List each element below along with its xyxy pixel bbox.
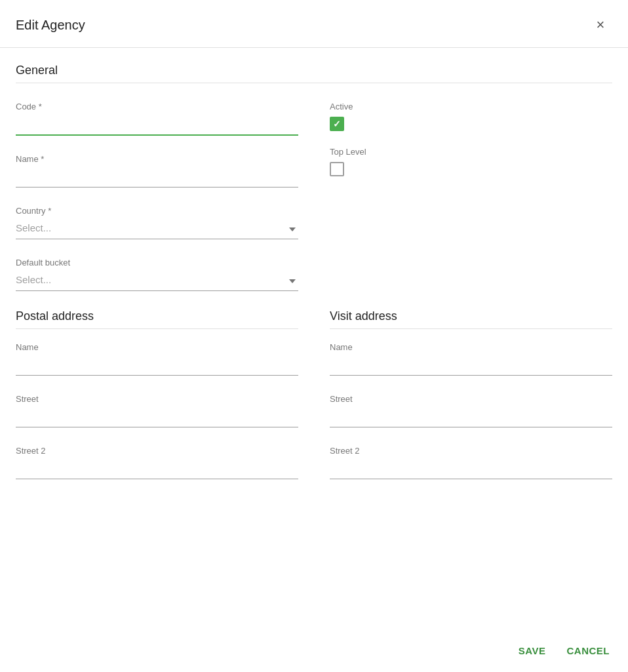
active-checkbox[interactable]: ✓ <box>330 117 344 131</box>
postal-name-group: Name <box>16 342 298 376</box>
country-group: Country * Select... <box>16 206 298 239</box>
address-sections: Postal address Name Street Street 2 Visi… <box>16 309 612 498</box>
active-checkmark-icon: ✓ <box>333 119 341 128</box>
default-bucket-label: Default bucket <box>16 258 298 267</box>
visit-name-input[interactable] <box>330 356 612 376</box>
visit-street2-label: Street 2 <box>330 446 612 456</box>
name-required-group: Name * <box>16 154 298 188</box>
active-checkbox-wrapper[interactable]: ✓ <box>330 117 612 131</box>
active-label: Active <box>330 102 612 111</box>
edit-agency-dialog: Edit Agency × General Code * Name * <box>0 0 628 672</box>
postal-address-divider <box>16 328 298 329</box>
default-bucket-select[interactable]: Select... <box>16 271 298 291</box>
close-button[interactable]: × <box>589 13 612 37</box>
close-icon: × <box>597 16 605 33</box>
postal-name-label: Name <box>16 342 298 352</box>
postal-name-input[interactable] <box>16 356 298 376</box>
general-divider <box>16 83 612 83</box>
general-section-title: General <box>16 64 612 77</box>
dialog-header: Edit Agency × <box>0 0 628 48</box>
visit-street-label: Street <box>330 394 612 404</box>
postal-address-section: Postal address Name Street Street 2 <box>16 309 298 498</box>
visit-address-divider <box>330 328 612 329</box>
postal-street-label: Street <box>16 394 298 404</box>
top-level-checkbox-wrapper[interactable]: ✓ <box>330 162 612 176</box>
top-level-label: Top Level <box>330 147 612 157</box>
country-label: Country * <box>16 206 298 216</box>
postal-street-input[interactable] <box>16 408 298 427</box>
save-button[interactable]: SAVE <box>516 640 549 662</box>
visit-address-section: Visit address Name Street Street 2 <box>330 309 612 498</box>
general-right-col: Active ✓ Top Level ✓ <box>330 102 612 309</box>
country-select-wrapper: Select... <box>16 220 298 239</box>
dialog-footer: SAVE CANCEL <box>0 629 628 672</box>
general-section: General <box>16 64 612 83</box>
top-level-checkbox[interactable]: ✓ <box>330 162 344 176</box>
active-group: Active ✓ <box>330 102 612 131</box>
general-left-col: Code * Name * Country * Select... <box>16 102 298 309</box>
name-required-input[interactable] <box>16 168 298 188</box>
code-label: Code * <box>16 102 298 111</box>
visit-name-group: Name <box>330 342 612 376</box>
general-form-row: Code * Name * Country * Select... <box>16 102 612 309</box>
visit-name-label: Name <box>330 342 612 352</box>
code-input[interactable] <box>16 115 298 136</box>
visit-street2-input[interactable] <box>330 460 612 479</box>
visit-street2-group: Street 2 <box>330 446 612 479</box>
postal-street2-group: Street 2 <box>16 446 298 479</box>
postal-street2-input[interactable] <box>16 460 298 479</box>
visit-address-title: Visit address <box>330 309 612 323</box>
postal-street-group: Street <box>16 394 298 427</box>
visit-street-group: Street <box>330 394 612 427</box>
top-level-group: Top Level ✓ <box>330 147 612 176</box>
postal-street2-label: Street 2 <box>16 446 298 456</box>
code-group: Code * <box>16 102 298 136</box>
default-bucket-select-wrapper: Select... <box>16 271 298 291</box>
country-select[interactable]: Select... <box>16 220 298 239</box>
dialog-body: General Code * Name * Country * <box>0 48 628 550</box>
dialog-title: Edit Agency <box>16 18 85 33</box>
name-required-label: Name * <box>16 154 298 164</box>
postal-address-title: Postal address <box>16 309 298 323</box>
visit-street-input[interactable] <box>330 408 612 427</box>
cancel-button[interactable]: CANCEL <box>564 640 613 662</box>
default-bucket-group: Default bucket Select... <box>16 258 298 291</box>
